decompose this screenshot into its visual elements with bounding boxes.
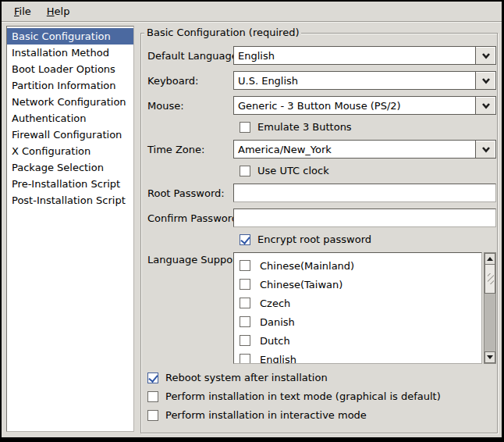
install-option-checkbox[interactable] bbox=[147, 391, 158, 402]
sidebar-item-network-configuration[interactable]: Network Configuration bbox=[7, 94, 133, 110]
chevron-down-icon bbox=[481, 77, 491, 84]
category-list[interactable]: Basic ConfigurationInstallation MethodBo… bbox=[6, 26, 134, 432]
install-option[interactable]: Perform installation in interactive mode bbox=[147, 409, 491, 421]
language-option[interactable]: Dutch bbox=[234, 331, 481, 350]
sidebar-item-installation-method[interactable]: Installation Method bbox=[7, 45, 133, 61]
language-option[interactable]: English bbox=[234, 350, 481, 364]
arrow-down-icon bbox=[487, 355, 493, 359]
keyboard-combo[interactable] bbox=[233, 71, 496, 90]
mouse-combo[interactable] bbox=[233, 96, 496, 115]
chevron-down-icon bbox=[481, 52, 491, 59]
install-option[interactable]: Reboot system after installation bbox=[147, 372, 491, 383]
language-option[interactable]: Czech bbox=[234, 294, 481, 312]
language-support-list[interactable]: Chinese(Mainland)Chinese(Taiwan)CzechDan… bbox=[233, 252, 482, 364]
menubar: FileHelp bbox=[2, 2, 502, 22]
default-language-combo-button[interactable] bbox=[475, 46, 496, 65]
sidebar-item-x-configuration[interactable]: X Configuration bbox=[7, 143, 133, 159]
language-option[interactable]: Chinese(Taiwan) bbox=[234, 275, 481, 294]
mouse-row: Mouse: bbox=[147, 96, 491, 115]
language-option-checkbox[interactable] bbox=[240, 298, 250, 308]
keyboard-label: Keyboard: bbox=[147, 75, 233, 87]
language-option-checkbox[interactable] bbox=[240, 335, 250, 346]
sidebar-item-firewall-configuration[interactable]: Firewall Configuration bbox=[7, 127, 133, 143]
menu-file[interactable]: File bbox=[6, 3, 39, 20]
chevron-down-icon bbox=[481, 102, 491, 109]
default-language-combo[interactable] bbox=[233, 46, 496, 65]
language-option-label: Dutch bbox=[260, 335, 290, 347]
sidebar-item-partition-information[interactable]: Partition Information bbox=[7, 77, 133, 94]
language-list-scrollbar[interactable] bbox=[484, 252, 496, 364]
language-option[interactable]: Danish bbox=[234, 312, 481, 331]
encrypt-root-checkbox[interactable] bbox=[240, 234, 250, 245]
sidebar-item-boot-loader-options[interactable]: Boot Loader Options bbox=[7, 61, 133, 77]
language-option-label: English bbox=[260, 354, 296, 365]
use-utc-checkbox[interactable] bbox=[240, 166, 250, 176]
root-password-label: Root Password: bbox=[147, 187, 233, 199]
default-language-label: Default Language: bbox=[147, 50, 233, 62]
menu-help[interactable]: Help bbox=[39, 3, 78, 20]
language-option-label: Chinese(Mainland) bbox=[260, 260, 354, 272]
confirm-password-field[interactable] bbox=[233, 209, 496, 227]
use-utc-label: Use UTC clock bbox=[257, 165, 329, 176]
confirm-password-label: Confirm Password: bbox=[147, 212, 233, 224]
arrow-up-icon bbox=[487, 257, 493, 261]
mouse-combo-entry[interactable] bbox=[233, 96, 475, 115]
language-support-row: Language Support: Chinese(Mainland)Chine… bbox=[147, 252, 491, 364]
install-option-checkbox[interactable] bbox=[147, 372, 158, 383]
emulate-3-buttons-checkbox[interactable] bbox=[240, 122, 250, 133]
scrollbar-thumb[interactable] bbox=[484, 265, 495, 294]
keyboard-row: Keyboard: bbox=[147, 71, 491, 90]
emulate-3-buttons-label: Emulate 3 Buttons bbox=[257, 121, 352, 133]
bottom-options: Reboot system after installationPerform … bbox=[147, 372, 491, 421]
install-option[interactable]: Perform installation in text mode (graph… bbox=[147, 390, 491, 402]
language-option-checkbox[interactable] bbox=[240, 260, 250, 271]
language-option-checkbox[interactable] bbox=[240, 316, 250, 327]
confirm-password-row: Confirm Password: bbox=[147, 209, 491, 227]
group-title: Basic Configuration (required) bbox=[144, 27, 301, 38]
mouse-label: Mouse: bbox=[147, 100, 233, 112]
sidebar-item-basic-configuration[interactable]: Basic Configuration bbox=[7, 28, 133, 45]
keyboard-combo-button[interactable] bbox=[475, 71, 496, 90]
use-utc-option[interactable]: Use UTC clock bbox=[240, 165, 491, 176]
default-language-combo-entry[interactable] bbox=[233, 46, 475, 65]
encrypt-root-label: Encrypt root password bbox=[257, 233, 371, 245]
install-option-checkbox[interactable] bbox=[147, 410, 158, 421]
language-option-label: Czech bbox=[260, 298, 290, 309]
time-zone-combo-button[interactable] bbox=[475, 140, 496, 159]
scrollbar-track[interactable] bbox=[484, 294, 495, 351]
root-password-field[interactable] bbox=[233, 184, 496, 202]
emulate-3-buttons-option[interactable]: Emulate 3 Buttons bbox=[240, 121, 491, 133]
language-option-label: Danish bbox=[260, 316, 295, 328]
language-option[interactable]: Chinese(Mainland) bbox=[234, 256, 481, 275]
time-zone-label: Time Zone: bbox=[147, 144, 233, 155]
language-support-label: Language Support: bbox=[147, 252, 233, 266]
keyboard-combo-entry[interactable] bbox=[233, 71, 475, 90]
root-password-row: Root Password: bbox=[147, 184, 491, 202]
install-option-label: Reboot system after installation bbox=[165, 372, 328, 383]
time-zone-combo[interactable] bbox=[233, 140, 496, 159]
scrollbar-down-button[interactable] bbox=[484, 351, 495, 363]
language-option-label: Chinese(Taiwan) bbox=[260, 279, 343, 291]
time-zone-row: Time Zone: bbox=[147, 140, 491, 159]
encrypt-root-option[interactable]: Encrypt root password bbox=[240, 233, 491, 245]
scrollbar-up-button[interactable] bbox=[484, 253, 495, 265]
install-option-label: Perform installation in interactive mode bbox=[165, 409, 367, 421]
sidebar-item-authentication[interactable]: Authentication bbox=[7, 110, 133, 127]
basic-configuration-group: Basic Configuration (required) Default L… bbox=[140, 33, 498, 433]
kickstart-configurator-window: FileHelp Basic ConfigurationInstallation… bbox=[0, 0, 504, 442]
sidebar-item-package-selection[interactable]: Package Selection bbox=[7, 159, 133, 176]
language-option-checkbox[interactable] bbox=[240, 279, 250, 290]
mouse-combo-button[interactable] bbox=[475, 96, 496, 115]
language-option-checkbox[interactable] bbox=[240, 354, 250, 364]
chevron-down-icon bbox=[481, 146, 491, 153]
sidebar-item-post-installation-script[interactable]: Post-Installation Script bbox=[7, 192, 133, 209]
time-zone-combo-entry[interactable] bbox=[233, 140, 475, 159]
install-option-label: Perform installation in text mode (graph… bbox=[165, 390, 441, 402]
default-language-row: Default Language: bbox=[147, 46, 491, 65]
sidebar-item-pre-installation-script[interactable]: Pre-Installation Script bbox=[7, 176, 133, 192]
